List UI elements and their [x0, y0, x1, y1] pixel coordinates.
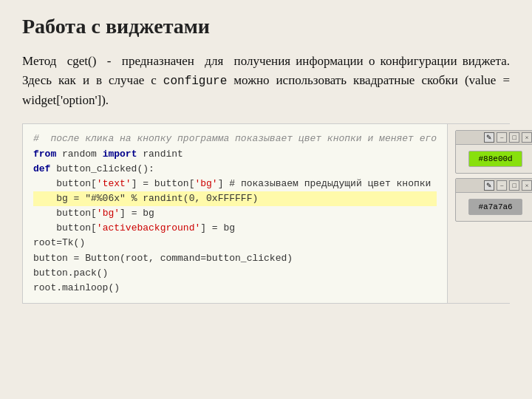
minimize-button-2[interactable]: −	[497, 180, 507, 191]
code-comment: # после клика на кнопку программа показы…	[33, 132, 437, 146]
code-area: # после клика на кнопку программа показы…	[22, 123, 510, 304]
code-line-3: button['text'] = button['bg'] # показыва…	[33, 177, 437, 191]
code-line-8: button = Button(root, command=button_cli…	[33, 251, 437, 266]
code-line-6: button['activebackground'] = bg	[33, 221, 437, 236]
color-button-2[interactable]: #a7a7a6	[468, 199, 522, 215]
description: Метод cget() - предназначен для получени…	[22, 52, 510, 110]
widget-titlebar-2: ✎ − □ ×	[456, 179, 532, 193]
widget-window-1: ✎ − □ × #88e00d	[455, 130, 532, 174]
code-line-5: button['bg'] = bg	[33, 206, 437, 221]
code-line-2: def button_clicked():	[33, 162, 437, 177]
minimize-button-1[interactable]: −	[497, 132, 507, 143]
widget-body-1: #88e00d	[456, 145, 532, 173]
page-title: Работа с виджетами	[22, 15, 510, 38]
code-line-10: root.mainloop()	[33, 281, 437, 296]
maximize-button-1[interactable]: □	[509, 132, 519, 143]
close-button-1[interactable]: ×	[522, 132, 532, 143]
code-line-1: from random import randint	[33, 147, 437, 162]
code-line-7: root=Tk()	[33, 236, 437, 250]
code-block: # после клика на кнопку программа показы…	[23, 124, 447, 303]
widget-titlebar-1: ✎ − □ ×	[456, 131, 532, 145]
widget-body-2: #a7a7a6	[456, 193, 532, 221]
maximize-button-2[interactable]: □	[509, 180, 519, 191]
code-line-4-highlight: bg = "#%06x" % randint(0, 0xFFFFFF)	[33, 191, 437, 206]
close-button-2[interactable]: ×	[522, 180, 532, 191]
widget-panel: ✎ − □ × #88e00d ✎ − □ × #a7a7a6	[447, 124, 532, 303]
pencil-icon-1: ✎	[484, 132, 494, 143]
pencil-icon-2: ✎	[484, 180, 494, 191]
color-button-1[interactable]: #88e00d	[468, 151, 522, 167]
widget-window-2: ✎ − □ × #a7a7a6	[455, 178, 532, 222]
code-line-9: button.pack()	[33, 266, 437, 281]
